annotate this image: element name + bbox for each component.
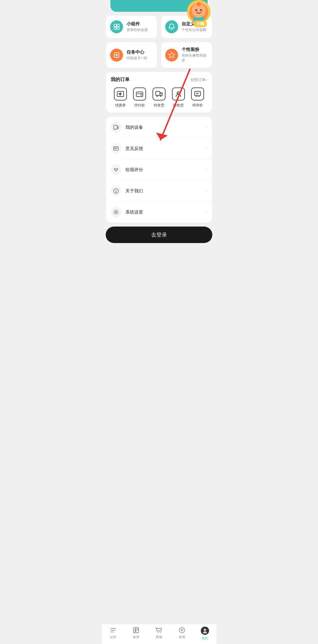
mascot-svg: [187, 0, 211, 24]
settings-arrow: ›: [206, 209, 207, 215]
device-icon: [111, 122, 121, 133]
svg-marker-16: [169, 52, 175, 58]
svg-point-20: [140, 93, 142, 95]
svg-rect-21: [156, 91, 160, 95]
page-wrapper: 小橘 小组件 装饰你的桌面: [102, 0, 216, 270]
mascot-container: 小橘: [187, 0, 213, 27]
feedback-text: 意见反馈: [125, 146, 202, 151]
feedback-arrow: ›: [206, 146, 207, 151]
svg-point-23: [157, 95, 158, 97]
device-arrow: ›: [206, 125, 207, 130]
task-card[interactable]: 任务中心 经验值 0 / 30: [106, 42, 157, 68]
menu-section-wrapper: 我的设备 › 意见反馈 › 给我评分: [102, 116, 216, 223]
menu-list: 我的设备 › 意见反馈 › 给我评分: [106, 116, 212, 223]
svg-rect-12: [117, 24, 119, 27]
svg-rect-22: [160, 93, 162, 95]
task-subtitle-suffix: / 30: [140, 56, 147, 60]
orders-link-text: 全部订单: [190, 77, 206, 82]
svg-rect-29: [117, 126, 118, 128]
widget-title: 小组件: [127, 21, 148, 27]
orders-link-arrow: ›: [206, 77, 207, 82]
pending-pay-label: 待付款: [134, 103, 145, 108]
coupon-icon: ¥: [114, 87, 127, 100]
about-text: 关于我们: [125, 188, 202, 194]
order-pending-receive[interactable]: 待收货: [172, 87, 185, 108]
task-subtitle-prefix: 经验值: [127, 56, 138, 60]
menu-feedback[interactable]: 意见反馈 ›: [106, 138, 212, 159]
svg-point-7: [193, 11, 196, 13]
widget-subtitle: 装饰你的桌面: [127, 27, 148, 32]
order-pending-pay[interactable]: 待付款: [133, 87, 146, 108]
widget-card[interactable]: 小组件 装饰你的桌面: [106, 15, 157, 38]
menu-my-device[interactable]: 我的设备 ›: [106, 117, 212, 138]
coupon-label: 优惠券: [115, 103, 126, 108]
avatar-text: 个性装扮 装扮头像框和勋章: [182, 47, 208, 63]
menu-rate[interactable]: 给我评分 ›: [106, 159, 212, 180]
avatar-card[interactable]: 个性装扮 装扮头像框和勋章: [161, 42, 212, 68]
pending-pay-icon: [133, 87, 146, 100]
pending-review-label: 待评价: [192, 103, 203, 108]
mascot-circle: [187, 0, 211, 24]
about-arrow: ›: [206, 188, 207, 194]
svg-point-10: [197, 2, 201, 6]
order-icons: ¥ 优惠券 待付款: [111, 87, 207, 108]
mascot-label: 小橘: [193, 21, 207, 27]
avatar-icon: [165, 49, 178, 62]
widget-text: 小组件 装饰你的桌面: [127, 21, 148, 32]
svg-text:¥: ¥: [119, 93, 120, 96]
rate-text: 给我评分: [125, 167, 202, 173]
about-icon: [111, 186, 121, 196]
svg-rect-11: [114, 24, 116, 27]
rate-icon: [111, 164, 121, 175]
order-pending-review[interactable]: 待评价: [191, 87, 204, 108]
pending-ship-label: 待发货: [154, 103, 164, 108]
task-subtitle: 经验值 0 / 30: [127, 56, 147, 61]
reminder-subtitle: 个性化记录提醒: [182, 27, 206, 32]
task-title: 任务中心: [127, 49, 147, 55]
svg-rect-26: [195, 91, 201, 96]
avatar-title: 个性装扮: [182, 47, 208, 52]
orders-header: 我的订单 全部订单 ›: [111, 77, 207, 83]
svg-rect-30: [114, 147, 118, 150]
pending-ship-icon: [153, 87, 165, 100]
svg-point-24: [160, 95, 161, 97]
menu-settings[interactable]: 系统设置 ›: [106, 202, 212, 223]
login-button[interactable]: 去登录: [106, 227, 212, 243]
task-icon: [110, 49, 123, 62]
pending-review-icon: [191, 87, 204, 100]
settings-icon: [111, 207, 121, 217]
widget-icon: [110, 20, 123, 33]
menu-about[interactable]: 关于我们 ›: [106, 180, 212, 202]
svg-rect-14: [117, 27, 119, 29]
orders-section: 我的订单 全部订单 › ¥ 优惠券: [106, 72, 212, 113]
orders-title: 我的订单: [111, 77, 130, 83]
svg-point-28: [115, 128, 116, 129]
svg-point-8: [201, 11, 204, 13]
orders-link[interactable]: 全部订单 ›: [190, 77, 207, 82]
reminder-icon: [165, 20, 178, 33]
order-pending-ship[interactable]: 待发货: [153, 87, 165, 108]
svg-point-5: [197, 9, 197, 10]
task-text: 任务中心 经验值 0 / 30: [127, 49, 147, 61]
avatar-subtitle: 装扮头像框和勋章: [182, 53, 208, 63]
rate-arrow: ›: [206, 167, 207, 172]
order-coupon[interactable]: ¥ 优惠券: [114, 87, 127, 108]
device-text: 我的设备: [125, 125, 202, 130]
feedback-icon: [111, 143, 121, 154]
settings-text: 系统设置: [125, 209, 202, 215]
svg-rect-13: [114, 27, 116, 29]
pending-receive-icon: [172, 87, 185, 100]
svg-point-6: [201, 9, 202, 10]
pending-receive-label: 待收货: [173, 103, 184, 108]
